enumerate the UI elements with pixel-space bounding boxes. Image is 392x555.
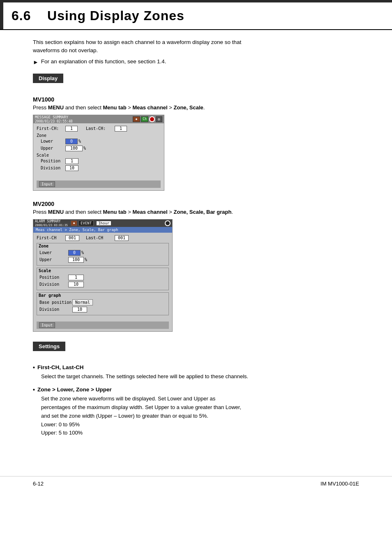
settings-section: Settings • First-CH, Last-CH Select the … — [33, 342, 359, 438]
mv2000-screen: ALARM SUMMARY2008/01/23 03:01:35 ◆ EVENT… — [33, 219, 173, 332]
mv1000-upper-value: 100 — [65, 146, 83, 151]
mv2000-upper-unit: % — [85, 257, 87, 262]
mv1000-input-btn[interactable]: Input — [39, 181, 55, 187]
mv2000-menu-bold: MENU — [48, 209, 64, 215]
mv2000-basepos-label: Base position — [39, 300, 72, 305]
settings-first-last-body: Select the target channels. The settings… — [33, 372, 359, 381]
mv2000-alarm-text: ALARM SUMMARY2008/01/23 03:01:35 — [35, 220, 68, 227]
mv2000-input-btn[interactable]: Input — [39, 322, 55, 328]
mv2000-icon2 — [165, 220, 171, 226]
mv2000-scale-group-body: Position 1 Division 10 — [37, 273, 168, 290]
settings-label-container: Settings — [33, 342, 359, 358]
mv1000-scale-header: Scale — [37, 153, 161, 157]
mv2000-division-value: 10 — [68, 282, 84, 287]
note-arrow-icon: ► — [33, 59, 39, 65]
mv1000-lower-unit: % — [78, 139, 81, 143]
settings-first-last-label: First-CH, Last-CH — [37, 364, 84, 370]
page-ref: IM MV1000-01E — [321, 481, 359, 487]
mv2000-lower-row: Lower 0 % — [39, 250, 166, 256]
mv2000-bargraph-div-row: Division 10 — [39, 307, 166, 312]
mv2000-time-label: 1hour — [97, 221, 111, 225]
mv1000-zone-header: Zone — [37, 133, 161, 138]
bullet-dot-2: • — [33, 386, 35, 393]
mv2000-title: MV2000 — [33, 201, 359, 207]
mv2000-bargraph-div-label: Division — [39, 307, 72, 312]
mv2000-topbar: ALARM SUMMARY2008/01/23 03:01:35 ◆ EVENT… — [33, 220, 172, 227]
note-text: For an explanation of this function, see… — [41, 58, 166, 65]
mv1000-lower-row: Lower 0 % — [37, 139, 161, 144]
display-section-label: Display — [33, 74, 63, 83]
mv2000-bargraph-group: Bar graph Base position Normal Division … — [37, 292, 169, 315]
mv1000-division-value: 10 — [65, 165, 78, 171]
settings-zone-body: Set the zone where waveforms will be dis… — [33, 395, 359, 437]
mv1000-upper-unit: % — [83, 146, 86, 150]
mv1000-screen-footer: Input — [37, 180, 161, 188]
settings-item-first-last-title: • First-CH, Last-CH — [33, 364, 359, 371]
mv2000-zone-group-title: Zone — [37, 243, 168, 249]
mv1000-upper-row: Upper 100 % — [37, 146, 161, 151]
mv1000-menutab-bold: Menu tab — [103, 104, 127, 111]
mv2000-position-row: Position 1 — [39, 275, 166, 280]
mv1000-division-label: Division — [37, 166, 65, 170]
mv2000-event-btn[interactable]: EVENT — [78, 220, 94, 226]
mv2000-zone-group: Zone Lower 0 % Upper 100 — [37, 243, 169, 266]
settings-item-first-last-ch: • First-CH, Last-CH Select the target ch… — [33, 364, 359, 381]
mv2000-bargraph-group-body: Base position Normal Division 10 — [37, 298, 168, 315]
settings-zone-label: Zone > Lower, Zone > Upper — [37, 386, 112, 393]
mv2000-section: MV2000 Press MENU and then select Menu t… — [33, 201, 359, 332]
mv1000-upper-label: Upper — [37, 146, 65, 150]
settings-item-zone: • Zone > Lower, Zone > Upper Set the zon… — [33, 386, 359, 437]
mv2000-first-ch-value: 001 — [65, 235, 79, 241]
mv2000-basepos-row: Base position Normal — [39, 299, 166, 305]
mv1000-desc: Press MENU and then select Menu tab > Me… — [33, 104, 359, 111]
mv1000-last-ch-label: Last-CH: — [86, 126, 115, 131]
mv2000-position-value: 1 — [68, 275, 84, 280]
mv2000-upper-value: 100 — [68, 257, 84, 263]
mv2000-body: First-CH 001 Last-CH 001 Zone Lower — [33, 233, 172, 331]
mv2000-menutab-bold: Menu tab — [103, 209, 127, 215]
mv2000-division-row: Division 10 — [39, 282, 166, 287]
mv1000-position-label: Position — [37, 159, 65, 163]
settings-section-label: Settings — [33, 342, 65, 351]
mv1000-menu-bold: MENU — [48, 104, 64, 111]
mv1000-last-ch-value: 1 — [115, 126, 127, 132]
mv1000-lower-value: 0 — [65, 139, 78, 144]
mv1000-icon2: Ch​ — [141, 116, 148, 122]
mv1000-ch-row: First-CH: 1 Last-CH: 1 — [37, 126, 161, 132]
mv1000-screen-body: First-CH: 1 Last-CH: 1 Zone Lower — [33, 123, 164, 190]
mv1000-topbar-icons: ◆ Ch​ ⚙ — [133, 116, 162, 122]
page-title: 6.6 Using Display Zones — [3, 2, 193, 29]
page-footer: 6-12 IM MV1000-01E — [0, 476, 392, 491]
mv2000-upper-row: Upper 100 % — [39, 257, 166, 263]
mv2000-upper-label: Upper — [39, 257, 68, 262]
mv1000-icon3 — [149, 116, 155, 122]
mv1000-icon1: ◆ — [133, 116, 140, 122]
mv1000-first-ch-value: 1 — [65, 126, 78, 132]
title-number: 6.6 — [12, 8, 31, 23]
main-content: This section explains how to assign each… — [0, 38, 392, 460]
mv2000-basepos-value: Normal — [72, 299, 93, 305]
mv1000-first-ch-label: First-CH: — [37, 126, 65, 131]
mv2000-position-label: Position — [39, 275, 68, 280]
mv2000-bargraph-group-title: Bar graph — [37, 293, 168, 298]
mv2000-lower-value: 0 — [68, 250, 81, 256]
mv2000-first-ch-label: First-CH — [37, 236, 65, 240]
mv1000-title: MV1000 — [33, 96, 359, 103]
mv2000-desc: Press MENU and then select Menu tab > Me… — [33, 209, 359, 215]
mv1000-section: MV1000 Press MENU and then select Menu t… — [33, 96, 359, 191]
title-section: 6.6 Using Display Zones — [0, 2, 392, 30]
note-line: ► For an explanation of this function, s… — [33, 58, 359, 65]
mv1000-icon4: ⚙ — [156, 116, 162, 122]
mv2000-lower-label: Lower — [39, 250, 68, 255]
mv2000-last-ch-label: Last-CH — [86, 236, 115, 240]
title-accent — [0, 2, 3, 29]
mv1000-position-row: Position 1 — [37, 158, 161, 164]
mv2000-zone-bold: Zone, Scale, Bar graph — [174, 209, 232, 215]
mv2000-icon1: ◆ — [71, 220, 77, 226]
mv2000-lower-unit: % — [81, 250, 84, 255]
display-section-label-container: Display — [33, 74, 359, 90]
mv1000-lower-label: Lower — [37, 139, 65, 143]
mv1000-division-row: Division 10 — [37, 165, 161, 171]
mv2000-breadcrumb: Meas channel > Zone, Scale, Bar graph — [33, 227, 172, 233]
mv2000-last-ch-value: 001 — [115, 235, 129, 241]
